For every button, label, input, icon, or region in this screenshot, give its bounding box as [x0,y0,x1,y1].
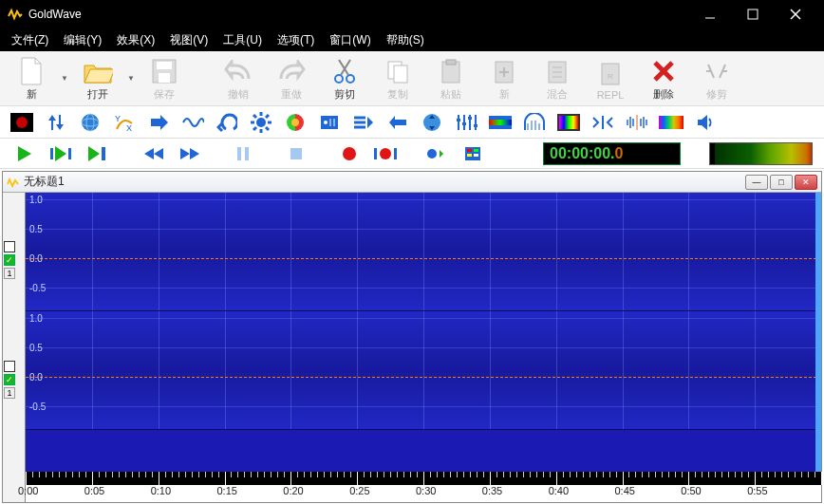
svg-rect-88 [374,148,377,159]
stop-button[interactable] [283,141,309,166]
channel-marker-right[interactable] [4,361,15,372]
menu-file[interactable]: 文件(Z) [4,30,56,50]
open-dropdown[interactable]: ▼ [125,55,137,103]
bars-right-icon[interactable] [351,110,376,135]
time-label-0:50: 0:50 [681,485,701,496]
copy-button[interactable]: 复制 [372,53,423,104]
svg-line-9 [341,60,350,75]
svg-rect-95 [467,154,472,157]
close-button[interactable] [774,0,816,28]
new-button[interactable]: 新 [6,53,57,104]
doc-minimize-button[interactable]: — [745,175,768,190]
menu-edit[interactable]: 编辑(Y) [56,30,109,50]
svg-rect-1 [748,9,758,19]
svg-line-43 [266,127,269,130]
compress-horizontal-icon[interactable] [590,110,615,135]
waveform-track-left[interactable]: 1.0 0.5 0.0 -0.5 [26,193,821,311]
svg-rect-80 [659,116,684,129]
channel-enable-left[interactable]: ✓ [4,254,15,266]
selection-end-handle[interactable] [815,193,821,472]
menu-options[interactable]: 选项(T) [270,30,322,50]
doc-maximize-button[interactable]: □ [770,175,793,190]
slider-panel-icon[interactable] [317,110,342,135]
maximize-button[interactable] [731,0,774,28]
arrows-vertical-icon[interactable] [44,110,68,135]
speaker-icon[interactable] [693,110,718,135]
toolbar-playback: 00:00:00.0 [0,139,824,169]
xy-curve-icon[interactable]: YX [112,110,137,135]
menu-window[interactable]: 窗口(W) [322,30,378,50]
gear-icon[interactable] [249,110,273,135]
svg-rect-61 [462,122,466,125]
waveform-tracks[interactable]: 1.0 0.5 0.0 -0.5 1.0 0.5 0.0 -0.5 [26,193,821,472]
amp-label-0.0-r: 0.0 [29,372,43,383]
paste-button[interactable]: 粘贴 [425,53,477,104]
new-dropdown[interactable]: ▼ [59,55,70,103]
play-selection-button[interactable] [47,141,74,166]
properties-icon[interactable] [459,141,486,166]
document-icon [7,176,20,189]
waveform-track-right[interactable]: 1.0 0.5 0.0 -0.5 [26,311,821,430]
channel-marker-left[interactable] [4,241,15,252]
record-selection-button[interactable] [372,141,399,166]
save-button[interactable]: 保存 [139,53,190,104]
window-titlebar: GoldWave [0,0,824,28]
time-label-0:55: 0:55 [747,485,767,496]
redo-button[interactable]: 重做 [266,53,317,104]
delete-button[interactable]: 删除 [638,53,689,104]
repl-button[interactable]: RREPL [585,53,636,104]
new-label: 新 [27,87,37,102]
new2-button[interactable]: 新 [478,53,530,104]
time-label-0:20: 0:20 [283,485,303,496]
undo-button[interactable]: 撤销 [213,53,264,104]
equalizer-icon[interactable] [454,110,478,135]
svg-rect-63 [474,124,478,127]
mix-button[interactable]: 混合 [532,53,583,104]
svg-point-8 [346,75,354,83]
color-swirl-icon[interactable] [283,110,308,135]
arch-icon[interactable] [522,110,547,135]
new2-label: 新 [499,87,510,102]
timeline-ruler[interactable] [26,472,821,485]
rainbow-block-icon[interactable] [556,110,581,135]
app-title: GoldWave [28,8,688,21]
doc-close-button[interactable]: ✕ [795,175,817,190]
spectrum-bar-icon[interactable] [488,110,513,135]
waveform-mirror-icon[interactable] [625,110,649,135]
forward-button[interactable] [177,141,203,166]
wave-icon[interactable] [180,110,205,135]
time-label-0:30: 0:30 [416,485,436,496]
trim-button[interactable]: 修剪 [691,53,742,104]
svg-text:R: R [608,72,613,81]
open-button[interactable]: 打开 [72,53,123,104]
rewind-button[interactable] [140,141,167,166]
play-button[interactable] [11,141,38,166]
record-button[interactable] [336,141,363,166]
menu-help[interactable]: 帮助(S) [379,30,432,50]
minimize-button[interactable] [688,0,731,28]
menu-view[interactable]: 视图(V) [162,30,215,50]
repl-label: REPL [597,89,625,101]
svg-point-91 [427,149,437,159]
arrow-right-bold-icon[interactable] [146,110,171,135]
play-to-end-button[interactable] [84,141,110,166]
svg-rect-90 [394,148,397,159]
menu-effect[interactable]: 效果(X) [109,30,162,50]
pause-button[interactable] [230,141,256,166]
arrow-left-icon[interactable] [385,110,410,135]
svg-rect-48 [321,116,338,129]
record-disabled-icon[interactable] [9,110,34,135]
circle-arrows-icon[interactable] [420,110,444,135]
document-window: 无标题1 — □ ✕ ✓ 1 ✓ 1 1.0 0.5 0.0 -0.5 [2,171,822,503]
globe-icon[interactable] [78,110,103,135]
channel-enable-right[interactable]: ✓ [4,374,15,385]
svg-rect-86 [290,148,302,159]
undo-arc-icon[interactable] [215,110,239,135]
rainbow-strip-icon[interactable] [659,110,684,135]
svg-point-32 [82,114,99,131]
loop-toggle-icon[interactable] [423,141,450,166]
svg-point-7 [335,75,343,83]
menu-tool[interactable]: 工具(U) [215,30,270,50]
svg-point-87 [343,147,356,160]
cut-button[interactable]: 剪切 [319,53,370,104]
